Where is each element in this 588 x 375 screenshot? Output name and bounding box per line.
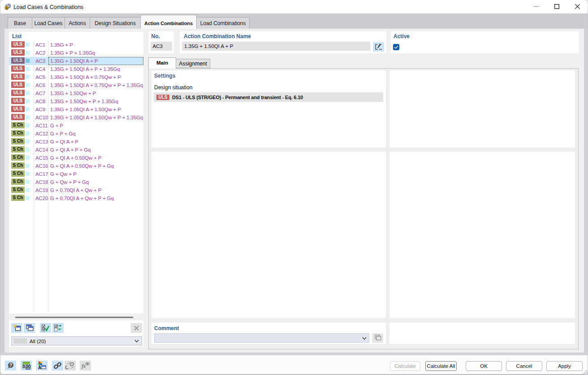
svg-text:?: ? xyxy=(9,363,12,368)
svg-text:fx: fx xyxy=(82,362,86,369)
svg-text:A: A xyxy=(38,365,41,370)
svg-text:00: 00 xyxy=(26,364,31,369)
svg-text:6: 6 xyxy=(6,6,8,10)
